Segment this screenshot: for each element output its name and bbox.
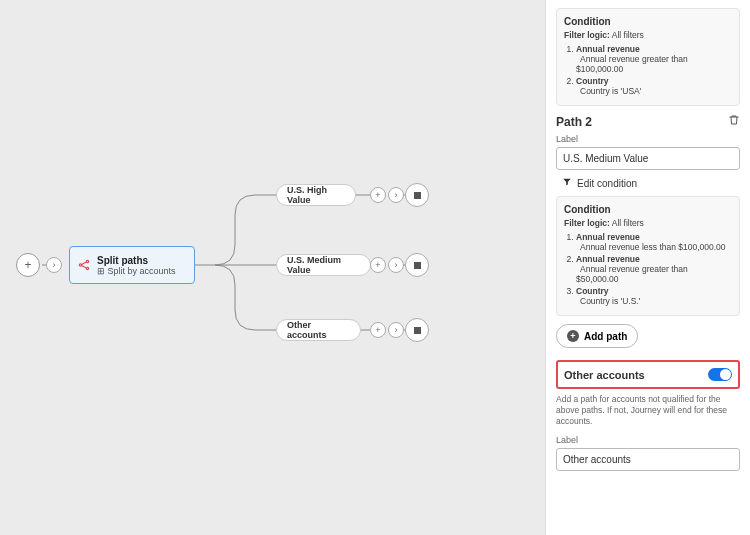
add-icon[interactable]: + [370,322,386,338]
condition-header: Condition [564,16,732,27]
chevron-right-icon: › [388,187,404,203]
label-text: Label [556,435,740,445]
split-title: Split paths [97,255,176,266]
edit-condition-link[interactable]: Edit condition [556,177,740,189]
path2-title: Path 2 [556,115,592,129]
other-accounts-description: Add a path for accounts not qualified fo… [556,394,740,427]
share-icon [76,257,92,273]
add-before-btn[interactable]: + [16,253,40,277]
end-node[interactable] [405,318,429,342]
other-accounts-label-input[interactable] [556,448,740,471]
svg-point-2 [86,267,88,269]
path-node-3[interactable]: Other accounts [276,319,361,341]
split-subtitle: ⊞ Split by accounts [97,266,176,276]
plus-circle-icon: + [567,330,579,342]
add-icon[interactable]: + [370,187,386,203]
condition-header: Condition [564,204,732,215]
svg-point-1 [86,260,88,262]
path-node-1[interactable]: U.S. High Value [276,184,356,206]
path2-label-input[interactable] [556,147,740,170]
end-node[interactable] [405,183,429,207]
funnel-icon [562,177,572,189]
other-accounts-toggle[interactable] [708,368,732,381]
trash-icon[interactable] [728,114,740,129]
condition-card-2: Condition Filter logic: All filters Annu… [556,196,740,316]
condition-card-1: Condition Filter logic: All filters Annu… [556,8,740,106]
other-accounts-section: Other accounts [556,360,740,389]
chevron-right-icon: › [46,257,62,273]
path-node-2[interactable]: U.S. Medium Value [276,254,371,276]
end-node[interactable] [405,253,429,277]
properties-panel: Condition Filter logic: All filters Annu… [545,0,750,535]
chevron-right-icon: › [388,257,404,273]
label-text: Label [556,134,740,144]
other-accounts-title: Other accounts [564,369,645,381]
svg-point-0 [79,264,81,266]
chevron-right-icon: › [388,322,404,338]
add-icon[interactable]: + [370,257,386,273]
canvas[interactable]: + › Split paths ⊞ Split by accounts U.S.… [0,0,545,535]
split-paths-node[interactable]: Split paths ⊞ Split by accounts [69,246,195,284]
add-path-button[interactable]: + Add path [556,324,638,348]
